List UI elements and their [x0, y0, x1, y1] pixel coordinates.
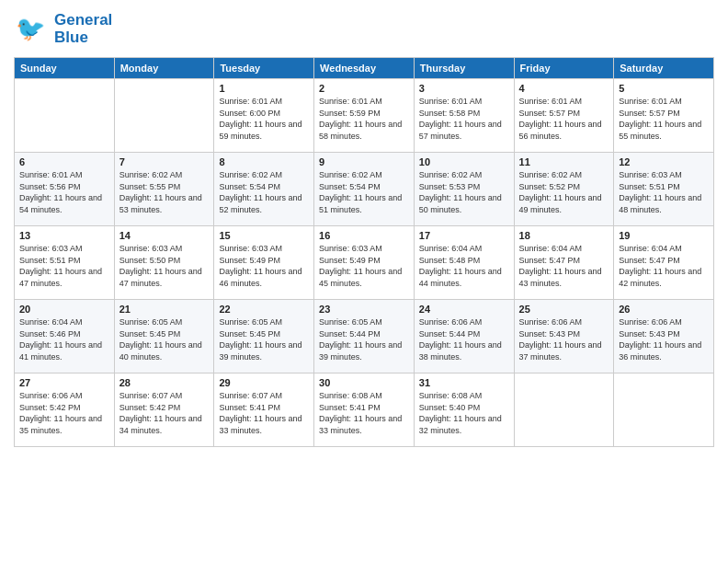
- day-info: Sunrise: 6:01 AM Sunset: 5:57 PM Dayligh…: [519, 96, 609, 142]
- calendar-cell: 28Sunrise: 6:07 AM Sunset: 5:42 PM Dayli…: [114, 373, 214, 447]
- calendar-cell: 18Sunrise: 6:04 AM Sunset: 5:47 PM Dayli…: [514, 226, 614, 300]
- day-info: Sunrise: 6:05 AM Sunset: 5:45 PM Dayligh…: [219, 316, 309, 362]
- day-info: Sunrise: 6:01 AM Sunset: 5:58 PM Dayligh…: [419, 96, 509, 142]
- day-number: 28: [119, 377, 210, 388]
- weekday-header: Saturday: [614, 58, 714, 79]
- weekday-header: Sunday: [15, 58, 115, 79]
- day-info: Sunrise: 6:01 AM Sunset: 5:56 PM Dayligh…: [19, 169, 109, 215]
- logo: 🐦 General Blue: [14, 9, 112, 50]
- day-info: Sunrise: 6:04 AM Sunset: 5:48 PM Dayligh…: [419, 243, 509, 289]
- calendar-cell: 23Sunrise: 6:05 AM Sunset: 5:44 PM Dayli…: [314, 300, 415, 373]
- day-info: Sunrise: 6:06 AM Sunset: 5:42 PM Dayligh…: [19, 390, 109, 436]
- day-info: Sunrise: 6:01 AM Sunset: 5:57 PM Dayligh…: [619, 96, 709, 142]
- calendar-cell: 27Sunrise: 6:06 AM Sunset: 5:42 PM Dayli…: [15, 373, 115, 447]
- calendar-cell: 17Sunrise: 6:04 AM Sunset: 5:48 PM Dayli…: [414, 226, 514, 300]
- day-number: 20: [19, 304, 109, 315]
- day-info: Sunrise: 6:01 AM Sunset: 6:00 PM Dayligh…: [219, 96, 309, 142]
- day-info: Sunrise: 6:07 AM Sunset: 5:42 PM Dayligh…: [119, 390, 210, 436]
- day-number: 13: [19, 230, 109, 241]
- calendar-cell: 12Sunrise: 6:03 AM Sunset: 5:51 PM Dayli…: [614, 153, 714, 226]
- day-number: 16: [319, 230, 409, 241]
- day-number: 15: [219, 230, 309, 241]
- calendar-cell: 24Sunrise: 6:06 AM Sunset: 5:44 PM Dayli…: [414, 300, 514, 373]
- day-number: 26: [619, 304, 709, 315]
- day-info: Sunrise: 6:04 AM Sunset: 5:46 PM Dayligh…: [19, 316, 109, 362]
- day-number: 9: [319, 156, 409, 167]
- calendar-cell: 11Sunrise: 6:02 AM Sunset: 5:52 PM Dayli…: [514, 153, 614, 226]
- day-number: 1: [219, 83, 309, 94]
- day-number: 7: [119, 156, 210, 167]
- calendar-week-row: 1Sunrise: 6:01 AM Sunset: 6:00 PM Daylig…: [15, 79, 714, 153]
- logo-text-block: General Blue: [54, 12, 112, 46]
- weekday-header: Thursday: [414, 58, 514, 79]
- calendar-cell: [15, 79, 115, 153]
- header: 🐦 General Blue: [14, 9, 714, 50]
- day-info: Sunrise: 6:02 AM Sunset: 5:55 PM Dayligh…: [119, 169, 210, 215]
- calendar-cell: [514, 373, 614, 447]
- calendar-cell: [614, 373, 714, 447]
- weekday-header: Monday: [114, 58, 214, 79]
- weekday-header: Tuesday: [214, 58, 314, 79]
- day-info: Sunrise: 6:02 AM Sunset: 5:54 PM Dayligh…: [319, 169, 409, 215]
- calendar-cell: 4Sunrise: 6:01 AM Sunset: 5:57 PM Daylig…: [514, 79, 614, 153]
- calendar-week-row: 13Sunrise: 6:03 AM Sunset: 5:51 PM Dayli…: [15, 226, 714, 300]
- svg-text:🐦: 🐦: [16, 14, 46, 43]
- calendar-cell: 15Sunrise: 6:03 AM Sunset: 5:49 PM Dayli…: [214, 226, 314, 300]
- calendar-container: 🐦 General Blue SundayMondayTuesdayWednes…: [0, 0, 728, 563]
- logo-line2: Blue: [54, 29, 112, 47]
- calendar-cell: 22Sunrise: 6:05 AM Sunset: 5:45 PM Dayli…: [214, 300, 314, 373]
- day-number: 18: [519, 230, 609, 241]
- day-number: 14: [119, 230, 210, 241]
- calendar-cell: 13Sunrise: 6:03 AM Sunset: 5:51 PM Dayli…: [15, 226, 115, 300]
- day-number: 31: [419, 377, 509, 388]
- day-number: 27: [19, 377, 109, 388]
- day-number: 4: [519, 83, 609, 94]
- calendar-cell: 25Sunrise: 6:06 AM Sunset: 5:43 PM Dayli…: [514, 300, 614, 373]
- calendar-cell: 30Sunrise: 6:08 AM Sunset: 5:41 PM Dayli…: [314, 373, 415, 447]
- day-number: 5: [619, 83, 709, 94]
- calendar-cell: 21Sunrise: 6:05 AM Sunset: 5:45 PM Dayli…: [114, 300, 214, 373]
- day-info: Sunrise: 6:06 AM Sunset: 5:44 PM Dayligh…: [419, 316, 509, 362]
- weekday-header: Wednesday: [314, 58, 415, 79]
- day-number: 6: [19, 156, 109, 167]
- day-number: 23: [319, 304, 409, 315]
- calendar-table: SundayMondayTuesdayWednesdayThursdayFrid…: [14, 57, 714, 447]
- calendar-header-row: SundayMondayTuesdayWednesdayThursdayFrid…: [15, 58, 714, 79]
- calendar-cell: 29Sunrise: 6:07 AM Sunset: 5:41 PM Dayli…: [214, 373, 314, 447]
- calendar-cell: 3Sunrise: 6:01 AM Sunset: 5:58 PM Daylig…: [414, 79, 514, 153]
- day-info: Sunrise: 6:05 AM Sunset: 5:44 PM Dayligh…: [319, 316, 409, 362]
- calendar-week-row: 27Sunrise: 6:06 AM Sunset: 5:42 PM Dayli…: [15, 373, 714, 447]
- logo-icon: 🐦: [14, 9, 51, 50]
- day-number: 29: [219, 377, 309, 388]
- calendar-cell: 20Sunrise: 6:04 AM Sunset: 5:46 PM Dayli…: [15, 300, 115, 373]
- day-info: Sunrise: 6:01 AM Sunset: 5:59 PM Dayligh…: [319, 96, 409, 142]
- day-number: 21: [119, 304, 210, 315]
- day-info: Sunrise: 6:03 AM Sunset: 5:51 PM Dayligh…: [19, 243, 109, 289]
- calendar-cell: 31Sunrise: 6:08 AM Sunset: 5:40 PM Dayli…: [414, 373, 514, 447]
- day-info: Sunrise: 6:08 AM Sunset: 5:41 PM Dayligh…: [319, 390, 409, 436]
- day-info: Sunrise: 6:03 AM Sunset: 5:51 PM Dayligh…: [619, 169, 709, 215]
- calendar-cell: 14Sunrise: 6:03 AM Sunset: 5:50 PM Dayli…: [114, 226, 214, 300]
- calendar-cell: 10Sunrise: 6:02 AM Sunset: 5:53 PM Dayli…: [414, 153, 514, 226]
- day-number: 8: [219, 156, 309, 167]
- day-number: 19: [619, 230, 709, 241]
- day-info: Sunrise: 6:03 AM Sunset: 5:50 PM Dayligh…: [119, 243, 210, 289]
- logo-line1: General: [54, 12, 112, 29]
- day-number: 22: [219, 304, 309, 315]
- day-info: Sunrise: 6:04 AM Sunset: 5:47 PM Dayligh…: [619, 243, 709, 289]
- calendar-cell: 26Sunrise: 6:06 AM Sunset: 5:43 PM Dayli…: [614, 300, 714, 373]
- weekday-header: Friday: [514, 58, 614, 79]
- day-info: Sunrise: 6:04 AM Sunset: 5:47 PM Dayligh…: [519, 243, 609, 289]
- day-number: 12: [619, 156, 709, 167]
- calendar-cell: [114, 79, 214, 153]
- calendar-week-row: 6Sunrise: 6:01 AM Sunset: 5:56 PM Daylig…: [15, 153, 714, 226]
- calendar-cell: 8Sunrise: 6:02 AM Sunset: 5:54 PM Daylig…: [214, 153, 314, 226]
- calendar-cell: 1Sunrise: 6:01 AM Sunset: 6:00 PM Daylig…: [214, 79, 314, 153]
- day-number: 3: [419, 83, 509, 94]
- day-info: Sunrise: 6:03 AM Sunset: 5:49 PM Dayligh…: [319, 243, 409, 289]
- calendar-week-row: 20Sunrise: 6:04 AM Sunset: 5:46 PM Dayli…: [15, 300, 714, 373]
- day-info: Sunrise: 6:02 AM Sunset: 5:54 PM Dayligh…: [219, 169, 309, 215]
- day-number: 10: [419, 156, 509, 167]
- calendar-cell: 7Sunrise: 6:02 AM Sunset: 5:55 PM Daylig…: [114, 153, 214, 226]
- calendar-cell: 5Sunrise: 6:01 AM Sunset: 5:57 PM Daylig…: [614, 79, 714, 153]
